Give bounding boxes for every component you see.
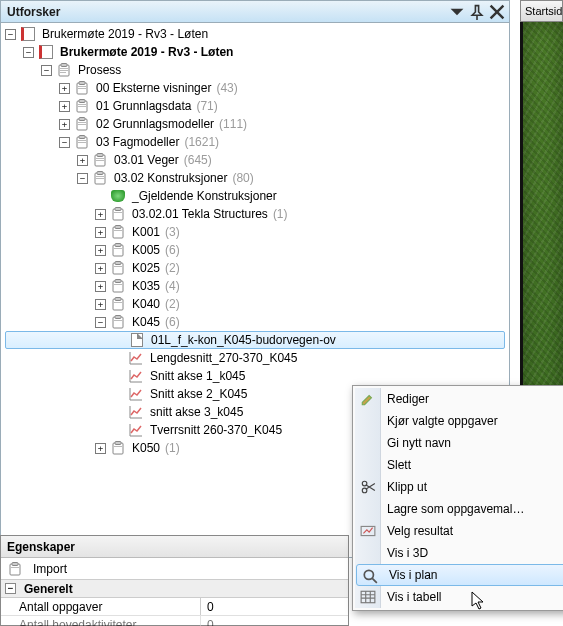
svg-rect-23 xyxy=(96,158,104,159)
clipboard-icon xyxy=(110,278,126,294)
expand-toggle[interactable]: + xyxy=(77,155,88,166)
properties-section-label: Generelt xyxy=(24,582,73,596)
expand-toggle[interactable]: + xyxy=(59,119,70,130)
collapse-toggle[interactable]: − xyxy=(5,583,16,594)
tree-k001[interactable]: + K001 (3) xyxy=(1,223,509,241)
tree-tekla[interactable]: + 03.02.01 Tekla Structures (1) xyxy=(1,205,509,223)
ctx-rediger[interactable]: Rediger xyxy=(355,388,563,410)
expand-toggle[interactable]: + xyxy=(59,83,70,94)
expand-toggle[interactable]: + xyxy=(95,299,106,310)
clipboard-icon xyxy=(92,170,108,186)
ctx-kjor[interactable]: Kjør valgte oppgaver xyxy=(355,410,563,432)
tree-selected-file[interactable]: 01L_f_k-kon_K045-budorvegen-ov xyxy=(5,331,505,349)
tree-label: _Gjeldende Konstruksjoner xyxy=(130,188,279,204)
clipboard-icon xyxy=(92,152,108,168)
tree-k025[interactable]: + K025 (2) xyxy=(1,259,509,277)
tree-01[interactable]: + 01 Grunnlagsdata (71) xyxy=(1,97,509,115)
ctx-label: Klipp ut xyxy=(387,480,427,494)
ctx-label: Vis i 3D xyxy=(387,546,428,560)
tree-count: (80) xyxy=(232,171,253,185)
expand-toggle[interactable]: − xyxy=(77,173,88,184)
expand-toggle[interactable]: + xyxy=(95,245,106,256)
ctx-vistabell[interactable]: Vis i tabell xyxy=(355,586,563,608)
ctx-klipput[interactable]: Klipp ut xyxy=(355,476,563,498)
ctx-ginavn[interactable]: Gi nytt navn xyxy=(355,432,563,454)
tree-k035[interactable]: + K035 (4) xyxy=(1,277,509,295)
expand-toggle[interactable]: − xyxy=(59,137,70,148)
panel-menu-icon[interactable] xyxy=(449,4,465,20)
clipboard-icon xyxy=(110,314,126,330)
tree-02[interactable]: + 02 Grunnlagsmodeller (111) xyxy=(1,115,509,133)
tree-label: K001 xyxy=(130,224,162,240)
svg-rect-19 xyxy=(78,140,86,141)
ctx-velg[interactable]: Velg resultat xyxy=(355,520,563,542)
expand-toggle[interactable]: + xyxy=(59,101,70,112)
ctx-vis3d[interactable]: Vis i 3D xyxy=(355,542,563,564)
tree-count: (111) xyxy=(219,117,247,131)
ctx-label: Rediger xyxy=(387,392,429,406)
properties-import-row[interactable]: Import xyxy=(1,558,348,580)
tree-k045[interactable]: − K045 (6) xyxy=(1,313,509,331)
tree-count: (6) xyxy=(165,243,180,257)
property-value: 0 xyxy=(201,598,348,615)
svg-rect-14 xyxy=(79,118,85,121)
expand-toggle[interactable]: + xyxy=(95,443,106,454)
chart-icon xyxy=(128,350,144,366)
properties-title: Egenskaper xyxy=(1,536,348,558)
expand-toggle[interactable]: + xyxy=(95,227,106,238)
context-menu: Rediger Kjør valgte oppgaver Gi nytt nav… xyxy=(352,385,563,611)
tree-label: Snitt akse 2_K045 xyxy=(148,386,249,402)
tree-0301[interactable]: + 03.01 Veger (645) xyxy=(1,151,509,169)
panel-pin-icon[interactable] xyxy=(469,4,485,20)
properties-section-generelt[interactable]: − Generelt xyxy=(1,580,348,598)
tree-label: 03.01 Veger xyxy=(112,152,181,168)
ctx-slett[interactable]: Slett xyxy=(355,454,563,476)
ctx-label: Vis i tabell xyxy=(387,590,441,604)
expand-toggle[interactable]: + xyxy=(95,281,106,292)
ctx-lagre[interactable]: Lagre som oppgavemal… xyxy=(355,498,563,520)
svg-rect-60 xyxy=(361,591,375,602)
expand-toggle[interactable]: − xyxy=(41,65,52,76)
scissors-icon xyxy=(360,479,376,495)
svg-rect-39 xyxy=(115,262,121,265)
expand-toggle[interactable]: + xyxy=(95,209,106,220)
tree-root[interactable]: − Brukermøte 2019 - Rv3 - Løten xyxy=(1,25,509,43)
tree-k005[interactable]: + K005 (6) xyxy=(1,241,509,259)
svg-rect-52 xyxy=(114,446,122,447)
tree-snitt1[interactable]: Snitt akse 1_k045 xyxy=(1,367,509,385)
expand-toggle[interactable]: − xyxy=(23,47,34,58)
edit-icon xyxy=(360,391,376,407)
tree-gjeldende[interactable]: _Gjeldende Konstruksjoner xyxy=(1,187,509,205)
tab-startside[interactable]: Startsid xyxy=(520,0,563,22)
tree-count: (71) xyxy=(196,99,217,113)
tree-count: (1) xyxy=(165,441,180,455)
chart-icon xyxy=(128,404,144,420)
svg-rect-40 xyxy=(114,266,122,267)
panel-title: Utforsker xyxy=(5,5,445,19)
tree-label: 03.02 Konstruksjoner xyxy=(112,170,229,186)
tree-0302[interactable]: − 03.02 Konstruksjoner (80) xyxy=(1,169,509,187)
tree-03[interactable]: − 03 Fagmodeller (1621) xyxy=(1,133,509,151)
ctx-visplan[interactable]: Vis i plan xyxy=(356,564,563,586)
svg-rect-37 xyxy=(114,248,122,249)
expand-toggle[interactable]: + xyxy=(95,263,106,274)
tree-label: Brukermøte 2019 - Rv3 - Løten xyxy=(58,44,235,60)
svg-rect-6 xyxy=(79,82,85,85)
tree-00[interactable]: + 00 Eksterne visninger (43) xyxy=(1,79,509,97)
svg-rect-46 xyxy=(114,302,122,303)
clipboard-icon xyxy=(110,260,126,276)
property-value: 0 xyxy=(201,616,348,626)
tree-k040[interactable]: + K040 (2) xyxy=(1,295,509,313)
expand-toggle[interactable]: − xyxy=(5,29,16,40)
tree-root-bold[interactable]: − Brukermøte 2019 - Rv3 - Løten xyxy=(1,43,509,61)
svg-rect-3 xyxy=(60,70,68,71)
svg-rect-2 xyxy=(60,68,68,69)
panel-close-icon[interactable] xyxy=(489,4,505,20)
tree-lengdesnitt[interactable]: Lengdesnitt_270-370_K045 xyxy=(1,349,509,367)
svg-rect-28 xyxy=(96,178,104,179)
tree-prosess[interactable]: − Prosess xyxy=(1,61,509,79)
expand-toggle[interactable]: − xyxy=(95,317,106,328)
property-label: Antall oppgaver xyxy=(1,598,201,615)
clipboard-icon xyxy=(74,134,90,150)
chart-icon xyxy=(128,368,144,384)
